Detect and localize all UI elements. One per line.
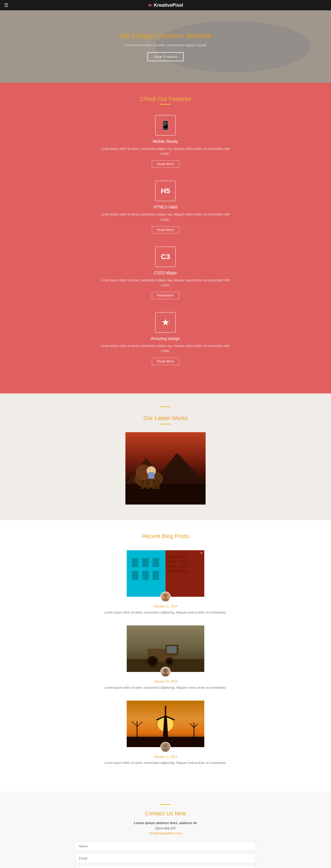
contact-email: info@elegantbizz.com — [5, 831, 326, 835]
feature-css3-name: CSS3 Magic — [5, 271, 326, 275]
svg-rect-19 — [165, 565, 176, 568]
hero-section: We Design Creative Website Lorem ipsum d… — [0, 10, 331, 83]
svg-rect-24 — [142, 558, 149, 567]
feature-mobile: 📱 Mobile Ready Lorem ipsum dolor sit ame… — [5, 115, 326, 168]
svg-rect-8 — [146, 480, 149, 489]
feature-css3: C3 CSS3 Magic Lorem ipsum dolor sit amet… — [5, 246, 326, 299]
blog-post-3-text: Lorem ipsum dolor sit amet, consectetur … — [101, 761, 230, 766]
features-divider — [160, 104, 171, 104]
blog-post-2-avatar — [160, 667, 171, 677]
blog-tractor-svg — [127, 625, 204, 672]
svg-rect-20 — [178, 565, 188, 568]
logo-text: KreativePixel — [154, 3, 183, 8]
works-section: Our Latest Works — [0, 394, 331, 520]
svg-rect-15 — [165, 555, 176, 559]
star-icon: ★ — [161, 317, 170, 328]
blog-windmill-svg — [127, 701, 204, 747]
close-icon: ✕ — [200, 551, 203, 555]
svg-rect-39 — [167, 646, 176, 653]
svg-point-41 — [162, 673, 169, 677]
css3-icon-box: C3 — [155, 246, 176, 267]
feature-mobile-desc: Lorem ipsum dolor sit amet, consectetur … — [101, 147, 230, 156]
blog-post-1-avatar — [160, 592, 171, 602]
blog-building-svg — [127, 550, 204, 597]
contact-message-textarea[interactable] — [75, 866, 256, 868]
blog-post-1-text: Lorem ipsum dolor sit amet, consectetur … — [101, 610, 230, 615]
mobile-icon: 📱 — [160, 120, 171, 130]
svg-rect-21 — [167, 569, 177, 572]
contact-title: Contact Us Now — [5, 810, 326, 817]
work-thumb-dog[interactable] — [126, 432, 205, 504]
blog-post-2: January 11, 2014 Lorem ipsum dolor sit a… — [101, 625, 230, 690]
blog-post-3: January 11, 2014 Lorem ipsum dolor sit a… — [101, 701, 230, 766]
contact-name-input[interactable] — [75, 841, 256, 851]
feature-html5: H5 HTML5 Valid Lorem ipsum dolor sit ame… — [5, 181, 326, 233]
blog-post-2-image — [127, 625, 204, 672]
blog-post-2-img-wrapper — [127, 625, 204, 672]
contact-phone: 0414 459 237 — [5, 827, 326, 830]
blog-post-3-avatar — [160, 742, 171, 752]
svg-rect-17 — [167, 560, 177, 563]
blog-post-1-image: ✕ — [127, 550, 204, 597]
svg-rect-28 — [153, 571, 159, 580]
feature-mobile-readmore[interactable]: Read More — [152, 160, 179, 168]
feature-design-desc: Lorem ipsum dolor sit amet, consectetur … — [101, 344, 230, 353]
blog-post-3-img-wrapper — [127, 701, 204, 747]
svg-rect-18 — [179, 560, 189, 563]
feature-html5-desc: Lorem ipsum dolor sit amet, consectetur … — [101, 212, 230, 222]
blog-title: Recent Blog Posts — [5, 533, 326, 540]
hero-title: We Design Creative Website — [119, 32, 212, 40]
blog-post-2-text: Lorem ipsum dolor sit amet, consectetur … — [101, 685, 230, 690]
blog-post-1-date: January 11, 2014 — [101, 604, 230, 608]
svg-point-55 — [163, 744, 168, 748]
svg-point-36 — [149, 658, 157, 665]
svg-rect-12 — [148, 472, 155, 479]
contact-address: Lorem ipsum address line1, address lin — [5, 821, 326, 825]
feature-css3-readmore[interactable]: Read More — [152, 292, 179, 299]
feature-design-name: Amazing design — [5, 336, 326, 341]
feature-css3-desc: Lorem ipsum dolor sit amet, consectetur … — [101, 278, 230, 288]
svg-rect-25 — [153, 558, 159, 567]
blog-post-3-image — [127, 701, 204, 747]
svg-point-29 — [163, 593, 168, 597]
feature-design: ★ Amazing design Lorem ipsum dolor sit a… — [5, 312, 326, 365]
menu-icon[interactable]: ☰ — [4, 2, 8, 8]
contact-section: Contact Us Now Lorem ipsum address line1… — [0, 791, 331, 868]
svg-rect-22 — [179, 569, 189, 572]
svg-rect-10 — [157, 480, 160, 489]
blog-post-2-date: January 11, 2014 — [101, 680, 230, 683]
svg-rect-4 — [126, 484, 205, 504]
work-dog-svg — [126, 432, 205, 504]
svg-point-56 — [162, 748, 169, 752]
view-projects-button[interactable]: View Projects — [147, 52, 184, 61]
svg-point-40 — [163, 669, 168, 673]
blog-post-1-img-wrapper: ✕ — [127, 550, 204, 597]
svg-rect-9 — [153, 480, 156, 489]
feature-html5-readmore[interactable]: Read More — [152, 226, 179, 234]
works-divider — [160, 406, 171, 407]
features-section: Check Out Features 📱 Mobile Ready Lorem … — [0, 83, 331, 394]
svg-rect-16 — [178, 555, 188, 559]
svg-rect-26 — [132, 571, 138, 580]
contact-divider — [160, 804, 171, 805]
contact-form: Send Message — [75, 841, 256, 868]
feature-design-readmore[interactable]: Read More — [152, 358, 179, 365]
blog-divider — [160, 542, 171, 542]
works-underline — [160, 424, 171, 425]
features-title: Check Out Features — [5, 96, 326, 102]
svg-rect-27 — [142, 571, 149, 580]
html5-icon-box: H5 — [155, 181, 176, 201]
works-grid — [75, 432, 256, 504]
header: ☰ ❧ KreativePixel — [0, 0, 331, 10]
contact-email-input[interactable] — [75, 854, 256, 863]
css3-icon: C3 — [161, 253, 170, 261]
logo: ❧ KreativePixel — [148, 2, 183, 8]
svg-point-30 — [162, 598, 169, 602]
blog-post-3-date: January 11, 2014 — [101, 755, 230, 758]
feature-mobile-name: Mobile Ready — [5, 139, 326, 144]
logo-k-icon: ❧ — [148, 2, 152, 8]
hero-description: Lorem ipsum dolor sit amet, consectetur … — [124, 43, 207, 47]
svg-rect-7 — [141, 480, 144, 489]
works-title: Our Latest Works — [5, 415, 326, 422]
blog-section: Recent Blog Posts — [0, 520, 331, 792]
